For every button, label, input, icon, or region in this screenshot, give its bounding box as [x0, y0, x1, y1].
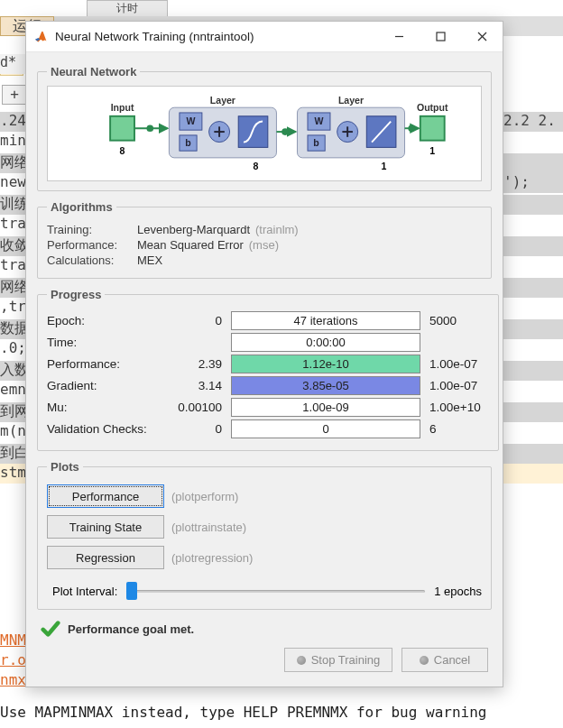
alg-calc-label: Calculations: [47, 253, 137, 267]
progress-val-row: Validation Checks: 0 0 6 [47, 419, 489, 438]
bg-right1: 2.2 2. [503, 112, 563, 132]
perf-end: 1.00e-07 [426, 357, 489, 371]
perf-start: 2.39 [170, 357, 226, 371]
svg-text:W: W [314, 115, 323, 126]
epoch-end: 5000 [426, 314, 489, 327]
nntraintool-window: Neural Network Training (nntraintool) Ne… [25, 21, 503, 687]
svg-point-32 [282, 128, 289, 135]
svg-text:Layer: Layer [210, 95, 235, 106]
bg-code0: d* [0, 54, 25, 74]
svg-text:1: 1 [382, 161, 387, 171]
plot-regression-hint: (plotregression) [171, 551, 253, 565]
maximize-icon[interactable] [420, 23, 461, 51]
plot-interval-slider[interactable] [126, 582, 425, 600]
epoch-label: Epoch: [47, 314, 164, 327]
progress-grad-row: Gradient: 3.14 3.85e-05 1.00e-07 [47, 376, 489, 395]
plot-regression-button[interactable]: Regression [47, 546, 164, 569]
svg-text:Layer: Layer [338, 95, 364, 106]
network-diagram: Input Layer Layer Output W b [47, 86, 482, 181]
val-bar: 0 [231, 419, 420, 438]
svg-text:Output: Output [417, 102, 448, 113]
status-text: Performance goal met. [68, 622, 194, 636]
bg-right2: '); [503, 173, 563, 193]
perf-bar: 1.12e-10 [231, 355, 420, 373]
alg-training-value: Levenberg-Marquardt [137, 223, 250, 236]
titlebar[interactable]: Neural Network Training (nntraintool) [26, 22, 503, 52]
minimize-icon[interactable] [378, 23, 420, 51]
perf-label: Performance: [47, 357, 164, 371]
svg-text:1: 1 [429, 145, 435, 156]
time-bar: 0:00:00 [231, 333, 420, 352]
svg-text:8: 8 [253, 161, 258, 171]
matlab-icon [33, 29, 50, 45]
stop-training-label: Stop Training [311, 653, 381, 667]
progress-mu-row: Mu: 0.00100 1.00e-09 1.00e+10 [47, 398, 489, 417]
svg-point-30 [146, 124, 153, 132]
mu-end: 1.00e+10 [426, 401, 489, 414]
val-end: 6 [426, 422, 489, 436]
mu-bar: 1.00e-09 [231, 398, 420, 417]
val-label: Validation Checks: [47, 422, 164, 436]
grad-label: Gradient: [47, 379, 164, 392]
cancel-button[interactable]: Cancel [401, 648, 488, 672]
time-label: Time: [47, 336, 164, 349]
svg-text:8: 8 [120, 145, 125, 156]
epoch-start: 0 [170, 314, 226, 327]
plot-performance-hint: (plotperform) [171, 490, 238, 503]
plots-legend: Plots [47, 460, 83, 474]
grad-start: 3.14 [170, 379, 226, 392]
window-title: Neural Network Training (nntraintool) [55, 30, 378, 43]
progress-time-row: Time: 0:00:00 [47, 333, 489, 352]
mu-label: Mu: [47, 401, 164, 414]
progress-epoch-row: Epoch: 0 47 iterations 5000 [47, 311, 489, 330]
alg-training-hint: (trainlm) [255, 223, 299, 236]
progress-group: Progress Epoch: 0 47 iterations 5000 Tim… [37, 288, 499, 451]
status-row: Performance goal met. [41, 619, 492, 639]
stop-training-button[interactable]: Stop Training [284, 648, 392, 672]
alg-perf-label: Performance: [47, 238, 137, 252]
alg-perf-value: Mean Squared Error [137, 238, 244, 252]
bg-footer: Use MAPMINMAX instead, type HELP PREMNMX… [0, 704, 563, 725]
grad-end: 1.00e-07 [426, 379, 489, 392]
svg-rect-28 [420, 116, 445, 141]
plot-performance-button[interactable]: Performance [47, 484, 164, 508]
svg-rect-8 [110, 116, 134, 141]
plot-interval-value: 1 epochs [434, 585, 482, 598]
alg-training-label: Training: [47, 223, 137, 236]
progress-perf-row: Performance: 2.39 1.12e-10 1.00e-07 [47, 355, 489, 373]
neural-network-group: Neural Network Input Layer Layer Output … [37, 65, 492, 191]
stop-icon [297, 656, 306, 665]
bg-code1: + [2, 85, 27, 105]
progress-legend: Progress [47, 288, 105, 301]
svg-text:W: W [186, 115, 195, 126]
svg-text:b: b [313, 137, 319, 148]
mu-start: 0.00100 [170, 401, 226, 414]
alg-perf-hint: (mse) [249, 238, 279, 252]
plot-training-state-hint: (plottrainstate) [171, 521, 246, 534]
cancel-label: Cancel [434, 653, 470, 667]
alg-calc-value: MEX [137, 253, 162, 267]
plots-group: Plots Performance (plotperform) Training… [37, 460, 492, 610]
val-start: 0 [170, 422, 226, 436]
epoch-bar: 47 iterations [231, 311, 420, 330]
check-icon [41, 619, 60, 639]
svg-point-34 [408, 124, 415, 132]
svg-text:b: b [185, 137, 191, 148]
algorithms-legend: Algorithms [47, 200, 116, 214]
close-icon[interactable] [461, 23, 503, 51]
svg-rect-1 [437, 32, 445, 41]
svg-text:Input: Input [111, 102, 134, 113]
neural-network-legend: Neural Network [47, 65, 140, 78]
cancel-icon [420, 656, 429, 665]
grad-bar: 3.85e-05 [231, 376, 420, 395]
plot-interval-label: Plot Interval: [52, 585, 117, 598]
bg-tab: 计时 [87, 0, 168, 16]
plot-training-state-button[interactable]: Training State [47, 515, 164, 539]
algorithms-group: Algorithms Training: Levenberg-Marquardt… [37, 200, 492, 279]
